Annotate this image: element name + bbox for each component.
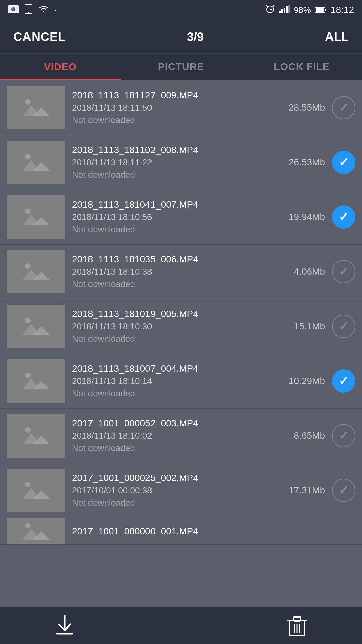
select-all-button[interactable]: ALL	[325, 30, 349, 44]
file-status: Not downloaded	[72, 443, 282, 453]
svg-rect-9	[279, 11, 281, 13]
svg-point-18	[25, 99, 31, 105]
svg-rect-12	[286, 6, 288, 13]
file-details: 2018_1113_181035_006.MP4 2018/11/13 18:1…	[72, 254, 282, 289]
svg-rect-4	[11, 5, 13, 6]
file-select-checkbox[interactable]: ✓	[332, 96, 355, 119]
file-select-checkbox[interactable]: ✓	[332, 315, 355, 338]
file-status: Not downloaded	[72, 388, 282, 399]
top-navigation: CANCEL 3/9 ALL	[0, 20, 362, 54]
file-select-checkbox[interactable]: ✓	[332, 151, 355, 174]
checkmark-icon: ✓	[339, 211, 349, 223]
bottom-toolbar	[0, 607, 362, 644]
file-status: Not downloaded	[72, 334, 282, 344]
file-details: 2018_1113_181127_009.MP4 2018/11/13 18:1…	[72, 90, 282, 125]
svg-point-26	[25, 209, 31, 214]
tab-lockfile[interactable]: LOCK FILE	[241, 54, 362, 80]
svg-rect-57	[294, 617, 301, 621]
thumbnail-placeholder-icon	[21, 315, 51, 338]
svg-point-50	[25, 523, 31, 528]
file-name: 2018_1113_181127_009.MP4	[72, 90, 282, 101]
file-details: 2018_1113_181102_008.MP4 2018/11/13 18:1…	[72, 145, 282, 180]
file-thumbnail	[7, 195, 65, 239]
file-select-checkbox[interactable]: ✓	[332, 260, 355, 283]
wifi-status-icon	[38, 5, 49, 15]
svg-point-5	[28, 12, 29, 13]
file-size: 8.65Mb	[288, 430, 325, 441]
file-date: 2018/11/13 18:10:02	[72, 431, 282, 441]
tab-bar: VIDEO PICTURE LOCK FILE	[0, 54, 362, 80]
file-date: 2018/11/13 18:11:22	[72, 157, 282, 168]
file-name: 2017_1001_000052_003.MP4	[72, 418, 282, 429]
list-item[interactable]: 2018_1113_181035_006.MP4 2018/11/13 18:1…	[0, 245, 362, 299]
list-item[interactable]: 2018_1113_181019_005.MP4 2018/11/13 18:1…	[0, 299, 362, 354]
download-icon	[53, 614, 76, 638]
selection-count: 3/9	[187, 30, 204, 44]
file-select-checkbox[interactable]: ✓	[332, 369, 355, 393]
checkmark-icon: ✓	[339, 156, 349, 168]
status-bar-right: 98% 18:12	[265, 4, 354, 16]
file-date: 2018/11/13 18:10:38	[72, 267, 282, 277]
file-select-checkbox[interactable]: ✓	[332, 205, 355, 229]
file-name: 2017_1001_000025_002.MP4	[72, 473, 282, 483]
list-item[interactable]: 2018_1113_181102_008.MP4 2018/11/13 18:1…	[0, 135, 362, 190]
tab-picture[interactable]: PICTURE	[121, 54, 241, 80]
list-item[interactable]: 2018_1113_181041_007.MP4 2018/11/13 18:1…	[0, 190, 362, 245]
file-name: 2018_1113_181102_008.MP4	[72, 145, 282, 155]
file-details: 2018_1113_181007_004.MP4 2018/11/13 18:1…	[72, 363, 282, 399]
phone-status-icon	[24, 4, 33, 16]
tab-video[interactable]: VIDEO	[0, 54, 121, 80]
file-size: 15.1Mb	[288, 321, 325, 332]
list-item[interactable]: 2018_1113_181127_009.MP4 2018/11/13 18:1…	[0, 80, 362, 135]
download-button[interactable]	[51, 612, 78, 639]
file-select-checkbox[interactable]: ✓	[332, 479, 355, 502]
status-bar-left: ·	[8, 4, 57, 16]
checkmark-icon: ✓	[339, 320, 349, 332]
list-item[interactable]: 2017_1001_000025_002.MP4 2017/10/01 00:0…	[0, 463, 362, 518]
file-thumbnail	[7, 141, 65, 184]
svg-point-42	[25, 427, 31, 433]
svg-rect-10	[281, 9, 283, 13]
file-status: Not downloaded	[72, 224, 282, 235]
file-date: 2017/10/01 00:00:38	[72, 485, 282, 496]
thumbnail-placeholder-icon	[21, 260, 51, 283]
file-name: 2018_1113_181007_004.MP4	[72, 363, 282, 374]
photo-status-icon	[8, 4, 19, 16]
file-list: 2018_1113_181127_009.MP4 2018/11/13 18:1…	[0, 80, 362, 607]
delete-button[interactable]	[284, 612, 311, 639]
thumbnail-placeholder-icon	[21, 369, 51, 393]
file-thumbnail	[7, 250, 65, 293]
file-select-checkbox[interactable]: ✓	[332, 424, 355, 447]
svg-point-3	[12, 8, 15, 11]
thumbnail-placeholder-icon	[21, 520, 51, 543]
file-size: 19.94Mb	[288, 212, 325, 222]
svg-rect-16	[325, 9, 326, 11]
thumbnail-placeholder-icon	[21, 205, 51, 229]
thumbnail-placeholder-icon	[21, 151, 51, 174]
svg-point-46	[25, 482, 31, 487]
checkmark-icon: ✓	[339, 266, 349, 278]
checkmark-icon: ✓	[339, 430, 349, 442]
file-name: 2018_1113_181041_007.MP4	[72, 199, 282, 210]
cancel-button[interactable]: CANCEL	[13, 30, 66, 44]
file-thumbnail	[7, 469, 65, 512]
thumbnail-placeholder-icon	[21, 479, 51, 502]
file-thumbnail	[7, 305, 65, 348]
file-size: 10.29Mb	[288, 376, 325, 386]
file-thumbnail	[7, 518, 65, 545]
file-name: 2017_1001_000000_001.MP4	[72, 526, 355, 537]
file-thumbnail	[7, 359, 65, 403]
file-details: 2017_1001_000052_003.MP4 2018/11/13 18:1…	[72, 418, 282, 453]
file-details: 2017_1001_000000_001.MP4	[72, 526, 355, 537]
svg-rect-11	[284, 8, 285, 13]
file-date: 2018/11/13 18:10:14	[72, 376, 282, 386]
list-item[interactable]: 2017_1001_000000_001.MP4	[0, 518, 362, 545]
list-item[interactable]: 2017_1001_000052_003.MP4 2018/11/13 18:1…	[0, 409, 362, 463]
checkmark-icon: ✓	[339, 102, 349, 114]
checkmark-icon: ✓	[339, 375, 349, 387]
list-item[interactable]: 2018_1113_181007_004.MP4 2018/11/13 18:1…	[0, 354, 362, 409]
file-details: 2018_1113_181019_005.MP4 2018/11/13 18:1…	[72, 309, 282, 344]
battery-percent: 98%	[294, 5, 311, 15]
file-size: 17.31Mb	[288, 485, 325, 496]
file-name: 2018_1113_181035_006.MP4	[72, 254, 282, 265]
